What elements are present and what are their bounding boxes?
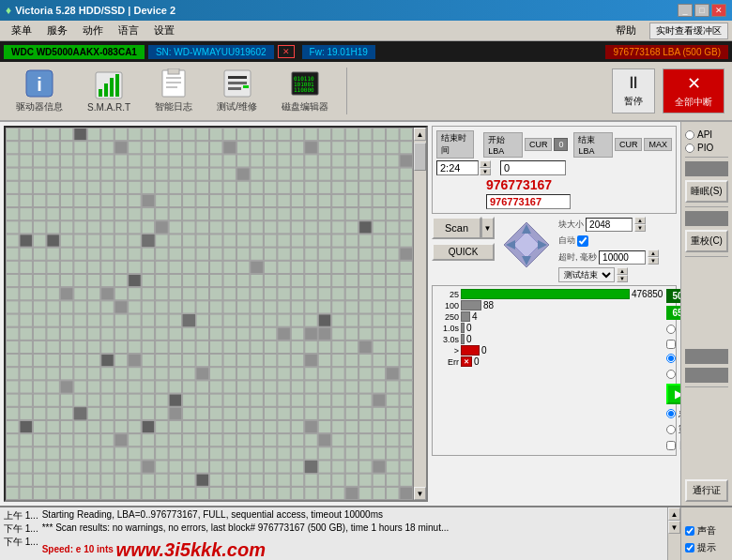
- end-action-spin-up[interactable]: ▲: [617, 267, 628, 275]
- log-far-right: 声音 提示: [680, 507, 732, 560]
- stat-bar-1s: [461, 323, 465, 333]
- sound-checkbox[interactable]: [685, 526, 694, 536]
- pio-radio[interactable]: [685, 144, 694, 153]
- stat-row-25: 25 476850: [435, 289, 663, 299]
- scroll-up-button[interactable]: ▲: [414, 128, 426, 141]
- block-size-row: 块大小 2048 ▲ ▼: [558, 217, 659, 232]
- scan-buttons: Scan ▼ QUICK: [432, 217, 495, 261]
- title-bar: ♦ Victoria 5.28 HDD/SSD | Device 2 _ □ ✕: [0, 0, 732, 21]
- time-spin-down[interactable]: ▼: [480, 168, 491, 175]
- log-content: 上午 1... Starting Reading, LBA=0..9767731…: [0, 507, 667, 560]
- scroll-down-button[interactable]: ▼: [414, 487, 426, 500]
- stat-value-3s: 0: [466, 334, 472, 344]
- stat-bar-err: ✕: [461, 356, 472, 367]
- timeout-spin-down[interactable]: ▼: [648, 257, 659, 265]
- maximize-button[interactable]: □: [694, 4, 709, 17]
- api-radio[interactable]: [685, 130, 694, 140]
- stat-bar-250: [461, 311, 470, 322]
- timeout-spin-up[interactable]: ▲: [648, 250, 659, 257]
- panel-divider-1: [685, 157, 728, 158]
- auto-checkbox[interactable]: [577, 235, 588, 247]
- log-text-1: Starting Reading, LBA=0..976773167, FULL…: [42, 509, 663, 522]
- log-time-3: 下午 1...: [4, 536, 38, 557]
- end-lba-label: 结束 LBA: [573, 132, 613, 158]
- end-action-spin-down[interactable]: ▼: [617, 275, 628, 282]
- drive-info-label: 驱动器信息: [16, 100, 63, 114]
- log-scroll-down[interactable]: ▼: [668, 521, 680, 534]
- dir-right-button[interactable]: [536, 234, 553, 256]
- disk-editor-button[interactable]: 010110 101001 110000 磁盘编辑器: [273, 64, 337, 118]
- verify-radio[interactable]: [666, 325, 676, 334]
- stat-label-250: 250: [435, 312, 459, 322]
- menu-language[interactable]: 语言: [111, 22, 146, 39]
- stat-row-gt: > 0: [435, 345, 663, 356]
- journal-button[interactable]: 智能日志: [146, 64, 201, 118]
- drive-info-button[interactable]: i 驱动器信息: [8, 64, 71, 118]
- realtime-button[interactable]: 实时查看缓冲区: [649, 23, 728, 39]
- end-action-select[interactable]: 测试结束 关机 待机: [558, 267, 615, 282]
- panel-divider-4: [685, 386, 728, 387]
- menu-help[interactable]: 帮助: [608, 22, 644, 39]
- disk-map-scrollbar[interactable]: ▲ ▼: [413, 128, 426, 500]
- menu-settings[interactable]: 设置: [146, 22, 182, 39]
- read-radio[interactable]: [666, 354, 676, 363]
- pause-label: 暂停: [624, 95, 643, 108]
- stat-bar-100: [461, 300, 481, 310]
- net-checkbox[interactable]: [666, 441, 676, 450]
- pause-button[interactable]: ⏸ 暂停: [612, 68, 655, 114]
- stat-value-100: 88: [483, 300, 494, 310]
- stat-label-1s: 1.0s: [435, 324, 459, 333]
- smart-button[interactable]: S.M.A.R.T: [79, 66, 139, 117]
- dir-down-button[interactable]: [515, 254, 538, 271]
- sleep-button[interactable]: 睡眠(S): [685, 180, 728, 203]
- quick-button[interactable]: QUICK: [432, 243, 495, 261]
- log-line-3: 下午 1... Speed: e 10 ints www.3i5kkk.com: [4, 536, 663, 557]
- stat-label-100: 100: [435, 301, 459, 310]
- minimize-button[interactable]: _: [678, 4, 693, 17]
- end-action-row: 测试结束 关机 待机 ▲ ▼: [558, 267, 659, 282]
- remap-radio[interactable]: [666, 425, 676, 434]
- scan-dropdown-arrow[interactable]: ▼: [481, 217, 495, 239]
- log-scroll-up[interactable]: ▲: [668, 507, 680, 521]
- reset-button[interactable]: 重校(C): [685, 230, 728, 252]
- current-lba-row: 976773167: [436, 177, 672, 192]
- log-time-2: 下午 1...: [4, 522, 38, 536]
- drive-close-button[interactable]: ✕: [278, 45, 295, 58]
- scan-button[interactable]: Scan: [432, 217, 481, 239]
- lba-header: 结束时间 开始 LBA CUR 0 结束 LBA CUR MAX: [436, 130, 672, 159]
- time-spin-up[interactable]: ▲: [480, 160, 491, 168]
- test-repair-button[interactable]: 测试/维修: [208, 64, 266, 118]
- dir-up-button[interactable]: [515, 219, 538, 235]
- svg-rect-14: [228, 82, 247, 84]
- drive-name[interactable]: WDC WD5000AAKX-083CA1: [4, 45, 145, 59]
- ddd-checkbox[interactable]: [666, 340, 676, 349]
- menu-file[interactable]: 菜单: [4, 22, 39, 39]
- journal-label: 智能日志: [155, 100, 192, 114]
- menu-service[interactable]: 服务: [39, 22, 75, 39]
- block-spin-up[interactable]: ▲: [634, 217, 646, 224]
- write-radio[interactable]: [666, 370, 676, 379]
- log-scrollbar[interactable]: ▲ ▼: [667, 507, 680, 560]
- menu-action[interactable]: 动作: [75, 22, 111, 39]
- stat-value-gt: 0: [481, 345, 487, 356]
- start-lba-input[interactable]: 0: [500, 160, 566, 175]
- block-size-input[interactable]: 2048: [586, 218, 633, 232]
- ignore-radio[interactable]: [666, 409, 676, 418]
- cert-button[interactable]: 通行证: [685, 479, 728, 502]
- scroll-thumb[interactable]: [414, 143, 426, 171]
- dir-left-button[interactable]: [500, 234, 517, 256]
- end-lba-input[interactable]: 976773167: [486, 194, 571, 209]
- test-repair-icon: [222, 68, 252, 98]
- stat-bar-25: [461, 289, 630, 299]
- main-content: ▲ ▼ 结束时间 开始 LBA CUR 0 结束 LBA CUR MAX: [0, 122, 732, 506]
- block-spin-down[interactable]: ▼: [634, 224, 646, 232]
- time-input[interactable]: 2:24: [436, 160, 479, 175]
- hint-label: 提示: [697, 541, 716, 554]
- start-lba-label: 开始 LBA: [483, 132, 523, 158]
- app-icon: ♦: [6, 4, 11, 17]
- stop-button[interactable]: ✕ 全部中断: [663, 68, 724, 114]
- timeout-input[interactable]: 10000: [599, 250, 646, 265]
- stat-value-250: 4: [472, 311, 478, 322]
- hint-checkbox[interactable]: [685, 543, 694, 552]
- close-button[interactable]: ✕: [711, 4, 726, 17]
